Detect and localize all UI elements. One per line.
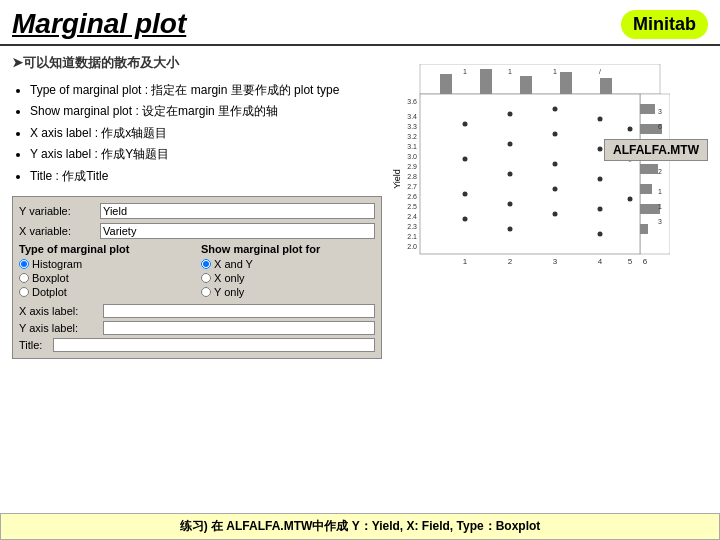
svg-text:1: 1 [658, 188, 662, 195]
svg-text:6: 6 [643, 257, 648, 266]
svg-point-60 [553, 162, 558, 167]
svg-text:3: 3 [658, 108, 662, 115]
title-row: Title: [19, 338, 375, 352]
svg-text:3: 3 [658, 218, 662, 225]
svg-text:1: 1 [508, 68, 512, 75]
show-x-label: X only [214, 272, 245, 284]
svg-text:3.4: 3.4 [407, 113, 417, 120]
svg-point-53 [508, 112, 513, 117]
svg-text:2.4: 2.4 [407, 213, 417, 220]
axis-section: X axis label: Y axis label: Title: [19, 304, 375, 352]
show-xy[interactable]: X and Y [201, 258, 375, 270]
svg-text:3: 3 [553, 257, 558, 266]
type-boxplot[interactable]: Boxplot [19, 272, 193, 284]
x-axis-row: X axis label: [19, 304, 375, 318]
bullet-3: X axis label : 作成x轴题目 [30, 123, 382, 143]
radio-sections: Type of marginal plot Histogram Boxplot … [19, 243, 375, 300]
bullet-1: Type of marginal plot : 指定在 margin 里要作成的… [30, 80, 382, 100]
svg-point-49 [463, 122, 468, 127]
svg-text:1: 1 [463, 257, 468, 266]
svg-point-51 [463, 192, 468, 197]
svg-point-70 [628, 197, 633, 202]
y-variable-row: Y variable: [19, 203, 375, 219]
type-section-title: Type of marginal plot [19, 243, 193, 255]
show-xy-label: X and Y [214, 258, 253, 270]
y-variable-label: Y variable: [19, 205, 94, 217]
bullet-5: Title : 作成Title [30, 166, 382, 186]
type-dotplot[interactable]: Dotplot [19, 286, 193, 298]
svg-rect-12 [640, 204, 660, 214]
svg-text:2.5: 2.5 [407, 203, 417, 210]
svg-point-62 [553, 212, 558, 217]
svg-point-61 [553, 187, 558, 192]
svg-rect-10 [640, 164, 658, 174]
x-variable-label: X variable: [19, 225, 94, 237]
svg-text:2.9: 2.9 [407, 163, 417, 170]
svg-text:3.2: 3.2 [407, 133, 417, 140]
svg-point-64 [598, 147, 603, 152]
svg-point-66 [598, 207, 603, 212]
main-content: ➤可以知道数据的散布及大小 Type of marginal plot : 指定… [0, 46, 720, 367]
page-title: Marginal plot [12, 8, 186, 40]
svg-text:5: 5 [628, 257, 633, 266]
svg-rect-2 [480, 69, 492, 94]
bullet-2: Show marginal plot : 设定在margin 里作成的轴 [30, 101, 382, 121]
svg-point-67 [598, 232, 603, 237]
x-axis-input[interactable] [103, 304, 375, 318]
y-variable-input[interactable] [100, 203, 375, 219]
svg-text:3.0: 3.0 [407, 153, 417, 160]
svg-point-55 [508, 172, 513, 177]
bullet-4: Y axis label : 作成Y轴题目 [30, 144, 382, 164]
svg-point-68 [628, 127, 633, 132]
minitab-brand: Minitab [621, 10, 708, 39]
bottom-note: 练习) 在 ALFALFA.MTW中作成 Y：Yield, X: Field, … [0, 513, 720, 540]
type-histogram[interactable]: Histogram [19, 258, 193, 270]
svg-point-59 [553, 132, 558, 137]
dialog-box: Y variable: X variable: Type of marginal… [12, 196, 382, 359]
svg-rect-13 [640, 224, 648, 234]
title-input[interactable] [53, 338, 375, 352]
x-variable-input[interactable] [100, 223, 375, 239]
show-section: Show marginal plot for X and Y X only Y … [201, 243, 375, 300]
title-field-label: Title: [19, 339, 49, 351]
svg-text:2: 2 [658, 168, 662, 175]
svg-text:1: 1 [658, 203, 662, 210]
svg-text:2.7: 2.7 [407, 183, 417, 190]
svg-text:1: 1 [553, 68, 557, 75]
svg-point-58 [553, 107, 558, 112]
show-section-title: Show marginal plot for [201, 243, 375, 255]
show-x[interactable]: X only [201, 272, 375, 284]
svg-point-50 [463, 157, 468, 162]
svg-text:2.1: 2.1 [407, 233, 417, 240]
chart-container: Yield 3.6 3.4 3.3 3.2 3.1 3.0 2.9 2.8 2.… [390, 64, 708, 277]
type-dotplot-label: Dotplot [32, 286, 67, 298]
svg-point-65 [598, 177, 603, 182]
svg-rect-4 [560, 72, 572, 94]
svg-text:3.3: 3.3 [407, 123, 417, 130]
x-axis-label: X axis label: [19, 305, 99, 317]
svg-text:6: 6 [658, 123, 662, 130]
svg-point-57 [508, 227, 513, 232]
y-axis-input[interactable] [103, 321, 375, 335]
svg-text:3.1: 3.1 [407, 143, 417, 150]
svg-rect-7 [640, 104, 655, 114]
svg-rect-14 [420, 94, 640, 254]
svg-text:2.6: 2.6 [407, 193, 417, 200]
y-axis-label: Y axis label: [19, 322, 99, 334]
show-y[interactable]: Y only [201, 286, 375, 298]
svg-rect-11 [640, 184, 652, 194]
svg-point-63 [598, 117, 603, 122]
svg-rect-0 [420, 64, 660, 94]
left-panel: ➤可以知道数据的散布及大小 Type of marginal plot : 指定… [12, 54, 382, 359]
type-boxplot-label: Boxplot [32, 272, 69, 284]
svg-text:Yield: Yield [392, 169, 402, 189]
svg-point-54 [508, 142, 513, 147]
svg-text:2.8: 2.8 [407, 173, 417, 180]
svg-rect-3 [520, 76, 532, 94]
type-section: Type of marginal plot Histogram Boxplot … [19, 243, 193, 300]
svg-point-56 [508, 202, 513, 207]
type-histogram-label: Histogram [32, 258, 82, 270]
header: Marginal plot Minitab [0, 0, 720, 46]
show-y-label: Y only [214, 286, 244, 298]
svg-text:3.6: 3.6 [407, 98, 417, 105]
